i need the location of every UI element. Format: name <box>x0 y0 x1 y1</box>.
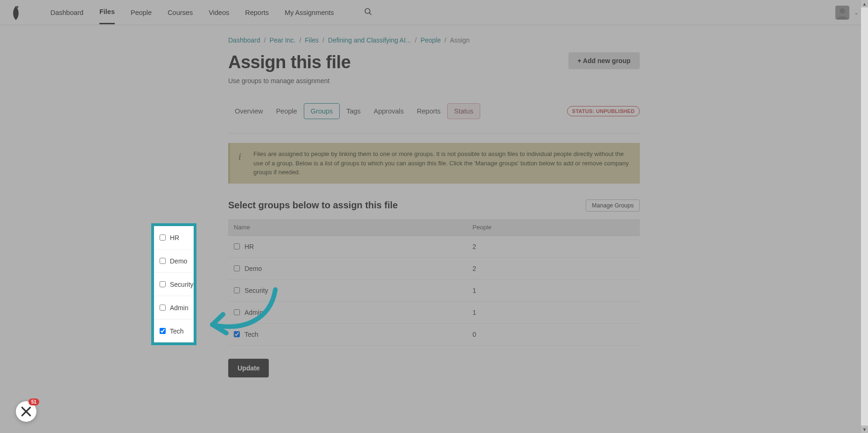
nav-videos[interactable]: Videos <box>209 1 229 24</box>
row-people: 1 <box>467 280 640 302</box>
scroll-down-icon[interactable]: ▼ <box>861 426 868 433</box>
hl-checkbox-demo[interactable] <box>160 258 166 264</box>
hl-name: Security <box>170 281 194 288</box>
tab-status[interactable]: Status <box>447 103 480 119</box>
row-name: Admin <box>245 309 263 316</box>
page-subtitle: Use groups to manage assignment <box>228 77 640 85</box>
chevron-down-icon[interactable]: ⌄ <box>854 9 859 16</box>
highlight-box: HR Demo Security Admin Tech <box>151 223 196 345</box>
th-people: People <box>467 219 640 236</box>
nav-dashboard[interactable]: Dashboard <box>50 1 84 24</box>
info-icon: i <box>238 149 246 163</box>
crumb-dashboard[interactable]: Dashboard <box>228 36 260 44</box>
row-checkbox-admin[interactable] <box>234 309 240 315</box>
widget-count: 51 <box>28 398 39 405</box>
info-banner: i Files are assigned to people by linkin… <box>228 143 640 184</box>
crumb-file-name[interactable]: Defining and Classifying AI... <box>328 36 411 44</box>
top-nav: Dashboard Files People Courses Videos Re… <box>0 0 868 25</box>
status-badge: STATUS: UNPUBLISHED <box>567 106 640 116</box>
hl-checkbox-admin[interactable] <box>160 305 166 311</box>
hl-checkbox-hr[interactable] <box>160 234 166 241</box>
nav-links: Dashboard Files People Courses Videos Re… <box>50 0 372 24</box>
row-name: Demo <box>245 265 262 272</box>
manage-groups-button[interactable]: Manage Groups <box>586 199 640 212</box>
nav-files[interactable]: Files <box>99 0 115 24</box>
row-name: HR <box>245 243 254 250</box>
groups-table: Name People HR 2 Demo 2 Security 1 Admin… <box>228 219 640 346</box>
table-row: Admin 1 <box>228 302 640 324</box>
table-row: HR 2 <box>228 235 640 258</box>
hl-name: Admin <box>170 304 189 312</box>
crumb-pear-inc[interactable]: Pear Inc. <box>269 36 295 44</box>
logo-icon <box>9 5 22 21</box>
row-name: Tech <box>245 331 259 338</box>
row-checkbox-tech[interactable] <box>234 331 240 337</box>
tab-tags[interactable]: Tags <box>340 104 367 119</box>
breadcrumb: Dashboard/ Pear Inc./ Files/ Defining an… <box>228 36 640 44</box>
nav-courses[interactable]: Courses <box>168 1 193 24</box>
row-checkbox-security[interactable] <box>234 287 240 293</box>
tab-reports[interactable]: Reports <box>410 104 447 119</box>
tabs: Overview People Groups Tags Approvals Re… <box>228 103 480 119</box>
row-people: 0 <box>467 324 640 346</box>
hl-name: Tech <box>170 327 184 335</box>
row-people: 1 <box>467 302 640 324</box>
nav-reports[interactable]: Reports <box>245 1 269 24</box>
svg-point-1 <box>365 8 370 14</box>
row-name: Security <box>245 287 268 294</box>
svg-point-0 <box>17 6 19 7</box>
hl-name: Demo <box>170 257 187 265</box>
row-people: 2 <box>467 235 640 258</box>
nav-people[interactable]: People <box>131 1 152 24</box>
table-row: Security 1 <box>228 280 640 302</box>
update-button[interactable]: Update <box>228 359 269 377</box>
widget-icon <box>20 405 32 418</box>
crumb-assign: Assign <box>450 36 469 44</box>
tab-approvals[interactable]: Approvals <box>367 104 410 119</box>
crumb-people[interactable]: People <box>420 36 441 44</box>
svg-line-2 <box>369 13 371 15</box>
nav-my-assignments[interactable]: My Assignments <box>285 1 334 24</box>
tab-overview[interactable]: Overview <box>228 104 269 119</box>
hl-checkbox-security[interactable] <box>160 281 166 287</box>
tab-groups[interactable]: Groups <box>304 103 340 119</box>
divider <box>228 133 640 134</box>
svg-point-3 <box>840 8 845 14</box>
avatar[interactable] <box>835 6 849 20</box>
row-checkbox-demo[interactable] <box>234 265 240 271</box>
nav-right: ⌄ <box>835 6 859 20</box>
search-icon[interactable] <box>364 7 372 18</box>
scrollbar[interactable]: ▲ ▼ <box>861 0 868 433</box>
add-new-group-button[interactable]: + Add new group <box>568 52 640 69</box>
hl-checkbox-tech[interactable] <box>160 328 166 334</box>
page-title: Assign this file <box>228 52 350 72</box>
tab-people[interactable]: People <box>269 104 303 119</box>
row-checkbox-hr[interactable] <box>234 243 240 249</box>
table-row: Demo 2 <box>228 258 640 280</box>
info-text: Files are assigned to people by linking … <box>253 149 631 177</box>
main-content: Dashboard/ Pear Inc./ Files/ Defining an… <box>228 25 640 377</box>
row-people: 2 <box>467 258 640 280</box>
help-widget[interactable]: 51 <box>16 401 36 422</box>
table-row: Tech 0 <box>228 324 640 346</box>
scroll-up-icon[interactable]: ▲ <box>861 0 868 7</box>
hl-name: HR <box>170 234 179 241</box>
section-title: Select groups below to assign this file <box>228 200 398 211</box>
th-name: Name <box>228 219 467 236</box>
crumb-files[interactable]: Files <box>305 36 319 44</box>
